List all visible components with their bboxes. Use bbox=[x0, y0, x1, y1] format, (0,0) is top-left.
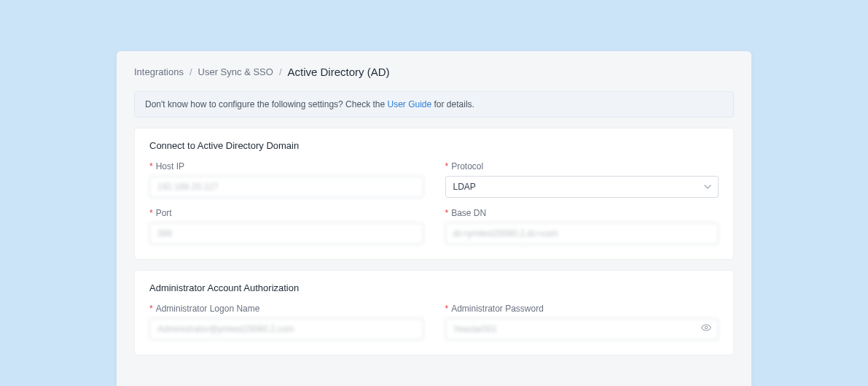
form-grid: * Administrator Logon Name * Administrat… bbox=[149, 304, 719, 340]
breadcrumb-current: Active Directory (AD) bbox=[288, 66, 390, 78]
svg-point-0 bbox=[705, 326, 708, 329]
breadcrumb-integrations[interactable]: Integrations bbox=[134, 66, 184, 77]
eye-icon[interactable] bbox=[701, 323, 711, 336]
port-label-text: Port bbox=[156, 208, 172, 218]
base-dn-input[interactable] bbox=[445, 223, 719, 244]
required-star-icon: * bbox=[445, 161, 449, 171]
admin-password-field: * Administrator Password bbox=[445, 304, 719, 340]
admin-auth-section: Administrator Account Authorization * Ad… bbox=[134, 270, 734, 355]
admin-password-label: * Administrator Password bbox=[445, 304, 719, 314]
breadcrumb: Integrations / User Sync & SSO / Active … bbox=[134, 66, 734, 78]
host-ip-field: * Host IP bbox=[149, 161, 423, 198]
protocol-field: * Protocol bbox=[445, 161, 719, 198]
protocol-select[interactable] bbox=[445, 176, 719, 198]
info-banner: Don't know how to configure the followin… bbox=[134, 91, 734, 117]
host-ip-input[interactable] bbox=[149, 176, 423, 198]
admin-password-input[interactable] bbox=[445, 318, 719, 340]
breadcrumb-separator: / bbox=[189, 66, 192, 77]
app-window: Integrations / User Sync & SSO / Active … bbox=[117, 51, 751, 386]
protocol-label-text: Protocol bbox=[451, 161, 483, 171]
port-label: * Port bbox=[149, 208, 423, 218]
host-ip-label-text: Host IP bbox=[156, 161, 184, 171]
admin-password-label-text: Administrator Password bbox=[451, 304, 544, 314]
admin-name-label: * Administrator Logon Name bbox=[149, 304, 423, 314]
outer-frame: Integrations / User Sync & SSO / Active … bbox=[0, 0, 868, 386]
admin-name-field: * Administrator Logon Name bbox=[149, 304, 423, 340]
protocol-label: * Protocol bbox=[445, 161, 719, 171]
base-dn-field: * Base DN bbox=[445, 208, 719, 244]
host-ip-label: * Host IP bbox=[149, 161, 423, 171]
required-star-icon: * bbox=[445, 304, 449, 314]
required-star-icon: * bbox=[149, 161, 153, 171]
required-star-icon: * bbox=[445, 208, 449, 218]
banner-suffix: for details. bbox=[431, 99, 474, 109]
section-title-admin: Administrator Account Authorization bbox=[149, 282, 719, 293]
admin-name-input[interactable] bbox=[149, 318, 423, 340]
form-grid: * Host IP * Protocol bbox=[149, 161, 719, 244]
base-dn-label: * Base DN bbox=[445, 208, 719, 218]
breadcrumb-user-sync-sso[interactable]: User Sync & SSO bbox=[198, 66, 273, 77]
section-title-connect: Connect to Active Directory Domain bbox=[149, 140, 719, 151]
banner-prefix: Don't know how to configure the followin… bbox=[145, 99, 387, 109]
required-star-icon: * bbox=[149, 304, 153, 314]
port-input[interactable] bbox=[149, 223, 423, 244]
protocol-select-wrap bbox=[445, 176, 719, 198]
required-star-icon: * bbox=[149, 208, 153, 218]
port-field: * Port bbox=[149, 208, 423, 244]
admin-name-label-text: Administrator Logon Name bbox=[156, 304, 260, 314]
password-wrap bbox=[445, 318, 719, 340]
connect-domain-section: Connect to Active Directory Domain * Hos… bbox=[134, 128, 734, 260]
base-dn-label-text: Base DN bbox=[451, 208, 486, 218]
user-guide-link[interactable]: User Guide bbox=[387, 99, 431, 109]
breadcrumb-separator: / bbox=[279, 66, 282, 77]
